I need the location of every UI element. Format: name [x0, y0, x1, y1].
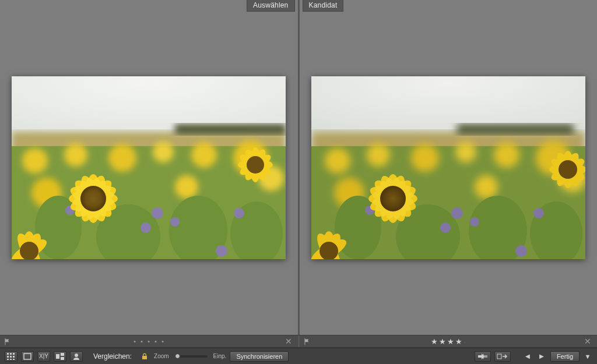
svg-point-8 — [191, 142, 217, 168]
svg-point-72 — [515, 245, 527, 257]
svg-point-39 — [80, 186, 106, 211]
svg-rect-104 — [7, 353, 9, 355]
fit-label: Einp. — [213, 353, 227, 359]
zoom-slider[interactable] — [175, 355, 208, 358]
svg-rect-116 — [61, 357, 64, 360]
select-pane-label: Auswählen — [247, 0, 295, 12]
candidate-pane: Kandidat — [300, 0, 598, 335]
svg-rect-54 — [457, 124, 574, 135]
svg-point-7 — [153, 142, 174, 162]
close-select-icon[interactable]: ✕ — [283, 337, 294, 346]
svg-point-20 — [216, 245, 227, 257]
candidate-info-bar: ★★★★· ✕ — [300, 335, 598, 347]
svg-point-51 — [247, 156, 264, 174]
svg-rect-113 — [24, 354, 31, 359]
flag-icon[interactable] — [303, 338, 311, 345]
compare-label: Vergleichen: — [93, 352, 132, 361]
svg-point-56 — [325, 148, 350, 174]
svg-point-71 — [440, 222, 451, 233]
svg-point-103 — [559, 160, 577, 179]
candidate-rating[interactable]: ★★★★· — [431, 338, 466, 345]
grid-view-icon[interactable] — [5, 351, 17, 362]
select-pane: Auswählen — [0, 0, 300, 335]
sync-button[interactable]: Synchronisieren — [230, 351, 289, 362]
svg-point-70 — [470, 217, 479, 227]
svg-point-22 — [234, 208, 244, 218]
svg-point-4 — [22, 148, 48, 174]
people-view-icon[interactable] — [70, 351, 83, 362]
svg-rect-118 — [497, 354, 501, 359]
disclosure-icon[interactable]: ▼ — [583, 352, 592, 361]
svg-point-91 — [380, 186, 406, 211]
svg-point-12 — [175, 175, 198, 199]
zoom-label: Zoom — [154, 353, 169, 359]
lock-icon[interactable] — [141, 353, 148, 360]
svg-point-5 — [64, 143, 87, 167]
svg-rect-108 — [10, 356, 12, 358]
svg-rect-114 — [56, 354, 59, 359]
svg-rect-107 — [7, 356, 9, 358]
select-photo[interactable] — [12, 76, 286, 259]
svg-rect-106 — [13, 353, 15, 355]
svg-rect-115 — [61, 353, 64, 356]
candidate-pane-label: Kandidat — [303, 0, 344, 12]
svg-rect-110 — [7, 359, 9, 360]
select-rating[interactable] — [134, 341, 164, 342]
candidate-photo[interactable] — [311, 76, 585, 259]
svg-rect-2 — [175, 124, 286, 135]
flag-icon[interactable] — [3, 338, 11, 345]
svg-rect-112 — [13, 359, 15, 360]
toolbar: X|Y Vergleichen: Zoom Einp. Synchronisie… — [0, 348, 597, 364]
svg-point-58 — [411, 144, 439, 172]
svg-point-57 — [367, 143, 390, 167]
svg-rect-109 — [13, 356, 15, 358]
close-candidate-icon[interactable]: ✕ — [582, 337, 594, 346]
svg-point-74 — [533, 208, 544, 218]
svg-point-60 — [494, 142, 519, 168]
swap-icon[interactable] — [475, 351, 491, 362]
compare-view-icon[interactable]: X|Y — [37, 351, 50, 362]
svg-rect-105 — [10, 353, 12, 355]
svg-point-19 — [141, 222, 151, 233]
svg-rect-111 — [10, 359, 12, 360]
svg-point-17 — [152, 207, 163, 219]
next-photo-icon[interactable]: ► — [536, 351, 547, 362]
make-select-icon[interactable] — [494, 351, 511, 362]
prev-photo-icon[interactable]: ◄ — [522, 351, 533, 362]
svg-point-6 — [108, 144, 136, 172]
svg-point-117 — [75, 354, 78, 357]
loupe-view-icon[interactable] — [21, 351, 34, 362]
done-button[interactable]: Fertig — [550, 351, 580, 362]
svg-point-59 — [455, 142, 476, 162]
select-info-bar: ✕ — [0, 335, 300, 347]
svg-point-18 — [170, 217, 180, 227]
svg-point-69 — [451, 207, 463, 219]
survey-view-icon[interactable] — [54, 351, 66, 362]
svg-point-64 — [475, 175, 498, 199]
